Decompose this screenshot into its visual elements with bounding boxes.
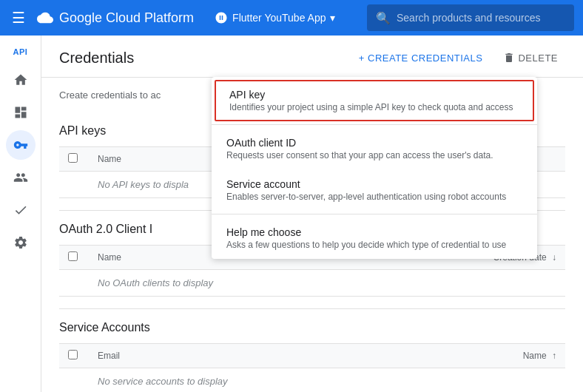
project-selector[interactable]: Flutter YouTube App ▾ [209, 8, 341, 27]
api-key-title: API key [229, 89, 519, 101]
main-layout: API Credentials + CREATE CREDENTIALS [0, 36, 583, 392]
search-bar[interactable]: 🔍 [367, 4, 574, 31]
toolbar: + CREATE CREDENTIALS DELETE [351, 47, 565, 77]
help-desc: Asks a few questions to help you decide … [226, 240, 522, 250]
sa-select-all-checkbox[interactable] [68, 350, 78, 359]
top-nav: ☰ Google Cloud Platform Flutter YouTube … [0, 0, 583, 36]
create-credentials-button[interactable]: + CREATE CREDENTIALS [351, 48, 491, 68]
page-header: Credentials + CREATE CREDENTIALS DELETE [41, 36, 583, 78]
project-icon [215, 11, 228, 24]
dropdown-divider-2 [212, 214, 537, 214]
sa-sort-arrow-icon: ↑ [552, 351, 556, 361]
sidebar-api-label: API [13, 41, 28, 62]
sa-email-header: Email [89, 344, 297, 368]
service-account-desc: Enables server-to-server, app-level auth… [226, 192, 522, 202]
delete-icon [503, 52, 515, 64]
project-name: Flutter YouTube App [232, 12, 326, 24]
dropdown-item-service-account[interactable]: Service account Enables server-to-server… [212, 169, 537, 211]
sa-no-data: No service accounts to display [89, 368, 565, 393]
main-content: Credentials + CREATE CREDENTIALS DELETE … [41, 36, 583, 392]
help-title: Help me choose [226, 226, 522, 238]
oauth-no-data-row: No OAuth clients to display [59, 270, 565, 297]
api-keys-empty-cell [59, 172, 89, 198]
oauth-select-all-header [59, 246, 89, 270]
service-accounts-header-row: Email Name ↑ [59, 344, 565, 368]
sidebar-icon-settings[interactable] [6, 228, 36, 257]
oauth-desc: Requests user consent so that your app c… [226, 150, 522, 160]
dropdown-item-help[interactable]: Help me choose Asks a few questions to h… [212, 217, 537, 259]
dropdown-divider-1 [212, 124, 537, 125]
sidebar-icon-dashboard[interactable] [6, 98, 36, 127]
sa-name-header[interactable]: Name ↑ [297, 344, 565, 368]
app-logo: Google Cloud Platform [37, 10, 194, 26]
dropdown-item-api-key[interactable]: API key Identifies your project using a … [215, 80, 534, 121]
sidebar-icon-credentials[interactable] [6, 130, 36, 160]
dropdown-chevron-icon: ▾ [330, 12, 335, 24]
sort-arrow-icon: ↓ [552, 252, 556, 263]
oauth-title: OAuth client ID [226, 137, 522, 149]
api-keys-select-all-header [59, 147, 89, 172]
search-icon: 🔍 [376, 11, 391, 25]
dropdown-item-oauth[interactable]: OAuth client ID Requests user consent so… [212, 128, 537, 169]
sidebar-icon-permissions[interactable] [6, 163, 36, 192]
sa-no-data-row: No service accounts to display [59, 368, 565, 393]
sidebar-icon-verification[interactable] [6, 195, 36, 225]
sidebar: API [0, 36, 41, 392]
oauth-select-all-checkbox[interactable] [68, 251, 78, 261]
logo-text: Google Cloud Platform [59, 10, 194, 26]
service-account-title: Service account [226, 178, 522, 190]
sa-empty-cell [59, 368, 89, 393]
service-accounts-table: Email Name ↑ No service accounts to disp… [59, 343, 565, 392]
service-accounts-section: Service Accounts Email Name ↑ [41, 309, 583, 392]
dropdown-menu: API key Identifies your project using a … [212, 77, 537, 259]
service-accounts-title: Service Accounts [59, 321, 565, 334]
search-input[interactable] [397, 12, 565, 24]
page-title: Credentials [59, 50, 134, 75]
hamburger-icon[interactable]: ☰ [9, 6, 28, 30]
oauth-no-data: No OAuth clients to display [89, 270, 565, 297]
api-key-desc: Identifies your project using a simple A… [229, 102, 519, 112]
api-keys-select-all-checkbox[interactable] [68, 153, 78, 163]
oauth-empty-cell [59, 270, 89, 297]
cloud-icon [37, 10, 53, 26]
sa-select-all-header [59, 344, 89, 368]
dropdown-container: API key Identifies your project using a … [212, 77, 537, 259]
delete-button[interactable]: DELETE [496, 47, 565, 68]
sidebar-icon-home[interactable] [6, 65, 36, 95]
